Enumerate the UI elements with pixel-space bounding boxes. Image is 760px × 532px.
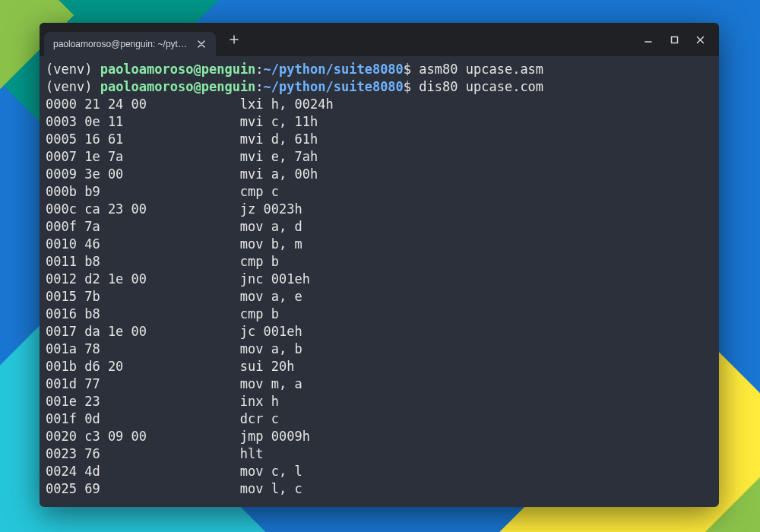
disassembly-line: 0020 c3 09 00 jmp 0009h — [46, 428, 713, 445]
disassembly-line: 001a 78 mov a, b — [46, 340, 713, 358]
terminal-line: (venv) paoloamoroso@penguin:~/python/sui… — [46, 78, 713, 96]
terminal-tab-title: paoloamoroso@penguin: ~/python/ — [53, 39, 190, 49]
terminal-line: (venv) paoloamoroso@penguin:~/python/sui… — [46, 61, 713, 78]
new-tab-button[interactable] — [223, 29, 245, 50]
terminal-output[interactable]: (venv) paoloamoroso@penguin:~/python/sui… — [40, 56, 719, 507]
disassembly-line: 001d 77 mov m, a — [46, 375, 713, 393]
minimize-button[interactable] — [635, 28, 661, 51]
disassembly-line: 0017 da 1e 00 jc 001eh — [46, 323, 713, 340]
disassembly-line: 001f 0d dcr c — [46, 410, 713, 428]
terminal-tab[interactable]: paoloamoroso@penguin: ~/python/ — [44, 32, 216, 56]
disassembly-line: 001e 23 inx h — [46, 393, 713, 410]
close-icon — [696, 36, 705, 44]
disassembly-line: 000f 7a mov a, d — [46, 218, 713, 236]
command-text: dis80 upcase.com — [419, 79, 543, 94]
disassembly-line: 0007 1e 7a mvi e, 7ah — [46, 148, 713, 166]
tab-close-button[interactable] — [195, 37, 208, 51]
disassembly-line: 0000 21 24 00 lxi h, 0024h — [46, 96, 713, 113]
close-icon — [198, 40, 205, 48]
disassembly-line: 0003 0e 11 mvi c, 11h — [46, 113, 713, 131]
disassembly-line: 0023 76 hlt — [46, 445, 713, 463]
disassembly-line: 0025 69 mov l, c — [46, 480, 713, 498]
desktop: paoloamoroso@penguin: ~/python/ (v — [0, 0, 760, 532]
disassembly-line: 001b d6 20 sui 20h — [46, 358, 713, 375]
maximize-icon — [670, 36, 679, 44]
tabs-zone: paoloamoroso@penguin: ~/python/ — [44, 23, 245, 56]
disassembly-line: 000c ca 23 00 jz 0023h — [46, 201, 713, 218]
minimize-icon — [644, 35, 653, 44]
command-text: asm80 upcase.asm — [419, 62, 543, 77]
titlebar[interactable]: paoloamoroso@penguin: ~/python/ — [40, 23, 719, 56]
disassembly-line: 0009 3e 00 mvi a, 00h — [46, 166, 713, 183]
disassembly-line: 0005 16 61 mvi d, 61h — [46, 131, 713, 148]
terminal-window: paoloamoroso@penguin: ~/python/ (v — [40, 23, 719, 507]
disassembly-line: 0011 b8 cmp b — [46, 253, 713, 271]
disassembly-line: 0012 d2 1e 00 jnc 001eh — [46, 271, 713, 288]
disassembly-line: 0024 4d mov c, l — [46, 463, 713, 480]
close-window-button[interactable] — [687, 28, 713, 51]
svg-rect-0 — [671, 36, 677, 43]
maximize-button[interactable] — [661, 28, 687, 51]
disassembly-line: 000b b9 cmp c — [46, 183, 713, 201]
disassembly-line: 0010 46 mov b, m — [46, 236, 713, 253]
disassembly-line: 0016 b8 cmp b — [46, 306, 713, 323]
disassembly-line: 0015 7b mov a, e — [46, 288, 713, 306]
plus-icon — [230, 35, 239, 44]
